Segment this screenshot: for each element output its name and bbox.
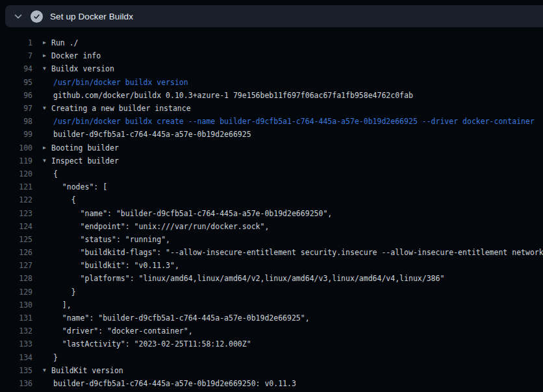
line-number[interactable]: 124 [0,222,32,231]
log-group-header[interactable]: ▼Buildx version [43,64,114,73]
log-line: 131 "name": "builder-d9cfb5a1-c764-445a-… [0,312,543,325]
log-line: 132 "driver": "docker-container", [0,325,543,337]
log-line: 7▶Docker info [0,49,543,62]
log-line: 1▶Run ./ [0,36,543,49]
line-number[interactable]: 7 [0,51,32,60]
log-line: 99builder-d9cfb5a1-c764-445a-a57e-0b19d2… [0,128,543,141]
line-number[interactable]: 97 [0,104,32,113]
line-number[interactable]: 134 [0,353,32,362]
log-line: 136builder-d9cfb5a1-c764-445a-a57e-0b19d… [0,377,543,390]
step-header[interactable]: Set up Docker Buildx [5,5,543,27]
log-line: 100▶Booting builder [0,141,543,154]
line-number[interactable]: 120 [0,169,32,178]
log-line: 119▼Inspect builder [0,154,543,167]
log-group-header[interactable]: ▼Inspect builder [43,156,119,165]
output-text: "name": "builder-d9cfb5a1-c764-445a-a57e… [53,209,332,218]
log-group-header[interactable]: ▶Docker info [43,51,101,60]
group-title: Inspect builder [51,156,119,165]
line-number[interactable]: 133 [0,339,32,349]
line-number[interactable]: 1 [0,38,32,47]
log-line: 125 "status": "running", [0,233,543,246]
output-text: "lastActivity": "2023-02-25T11:58:12.000… [53,339,251,349]
output-text: ], [53,300,71,310]
output-text: "buildkitd-flags": "--allow-insecure-ent… [53,248,543,257]
output-text: "status": "running", [53,235,170,244]
output-text: builder-d9cfb5a1-c764-445a-a57e-0b19d2e6… [53,130,251,139]
group-collapsed-icon[interactable]: ▶ [43,53,51,58]
log-line: 134} [0,351,543,364]
output-text: { [53,195,76,204]
line-number[interactable]: 119 [0,156,32,165]
group-expanded-icon[interactable]: ▼ [43,106,51,111]
line-number[interactable]: 94 [0,64,32,73]
log-line: 129 } [0,286,543,299]
output-text: github.com/docker/buildx 0.10.3+azure-1 … [53,91,413,100]
output-text: "nodes": [ [53,182,107,191]
line-number[interactable]: 136 [0,379,32,388]
log-line: 135▼BuildKit version [0,364,543,377]
line-number[interactable]: 100 [0,143,32,153]
line-number[interactable]: 123 [0,209,32,218]
line-number[interactable]: 129 [0,288,32,297]
log-line: 96github.com/docker/buildx 0.10.3+azure-… [0,89,543,102]
group-title: Booting builder [51,143,119,153]
group-expanded-icon[interactable]: ▼ [43,66,51,71]
log-group-header[interactable]: ▶Booting builder [43,143,119,153]
log-line: 94▼Buildx version [0,62,543,75]
output-text: } [53,353,58,362]
log-line: 97▼Creating a new builder instance [0,102,543,115]
output-text: } [53,288,76,297]
log-group-header[interactable]: ▶Run ./ [43,38,79,47]
log-line: 120{ [0,167,543,180]
command-text: /usr/bin/docker buildx create --name bui… [53,117,535,126]
line-number[interactable]: 96 [0,91,32,100]
step-title: Set up Docker Buildx [50,12,133,21]
line-number[interactable]: 121 [0,182,32,191]
output-text: builder-d9cfb5a1-c764-445a-a57e-0b19d2e6… [53,379,296,388]
line-number[interactable]: 130 [0,300,32,310]
log-line: 127 "buildkit": "v0.11.3", [0,259,543,272]
log-line: 121 "nodes": [ [0,180,543,193]
line-number[interactable]: 131 [0,313,32,323]
group-expanded-icon[interactable]: ▼ [43,368,51,373]
log-viewer: 1▶Run ./7▶Docker info94▼Buildx version95… [0,30,543,392]
group-title: Run ./ [51,38,79,47]
group-title: Buildx version [51,64,114,73]
line-number[interactable]: 125 [0,235,32,244]
log-line: 130 ], [0,299,543,312]
log-line: 122 { [0,193,543,206]
line-number[interactable]: 128 [0,274,32,283]
line-number[interactable]: 132 [0,326,32,336]
line-number[interactable]: 95 [0,78,32,87]
line-number[interactable]: 99 [0,130,32,139]
log-line: 133 "lastActivity": "2023-02-25T11:58:12… [0,337,543,350]
log-line: 123 "name": "builder-d9cfb5a1-c764-445a-… [0,206,543,219]
log-line: 128 "platforms": "linux/amd64,linux/amd6… [0,272,543,285]
log-line: 124 "endpoint": "unix:///var/run/docker.… [0,220,543,233]
output-text: "driver": "docker-container", [53,326,193,336]
output-text: "buildkit": "v0.11.3", [53,261,179,270]
group-title: Docker info [51,51,101,60]
output-text: { [53,169,58,178]
line-number[interactable]: 98 [0,117,32,126]
line-number[interactable]: 127 [0,261,32,270]
log-line: 95/usr/bin/docker buildx version [0,76,543,89]
command-text: /usr/bin/docker buildx version [53,78,188,87]
log-group-header[interactable]: ▼BuildKit version [43,366,123,375]
log-line: 126 "buildkitd-flags": "--allow-insecure… [0,246,543,259]
chevron-down-icon[interactable] [13,11,23,21]
log-group-header[interactable]: ▼Creating a new builder instance [43,104,191,113]
output-text: "endpoint": "unix:///var/run/docker.sock… [53,222,269,231]
output-text: "name": "builder-d9cfb5a1-c764-445a-a57e… [53,313,310,323]
log-line: 98/usr/bin/docker buildx create --name b… [0,115,543,128]
group-title: BuildKit version [51,366,123,375]
output-text: "platforms": "linux/amd64,linux/amd64/v2… [53,274,444,283]
check-circle-icon [31,10,43,23]
line-number[interactable]: 126 [0,248,32,257]
group-expanded-icon[interactable]: ▼ [43,158,51,164]
group-collapsed-icon[interactable]: ▶ [43,145,51,151]
line-number[interactable]: 135 [0,366,32,375]
line-number[interactable]: 122 [0,195,32,204]
group-title: Creating a new builder instance [51,104,191,113]
group-collapsed-icon[interactable]: ▶ [43,40,51,45]
